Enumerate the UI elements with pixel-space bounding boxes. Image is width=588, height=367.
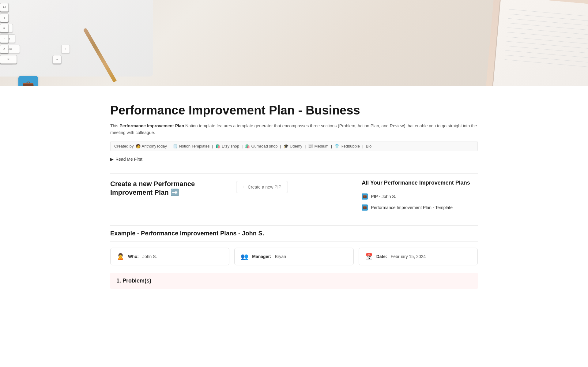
who-card: 🙎 Who: John S. — [110, 248, 229, 265]
create-pip-button[interactable]: + Create a new PIP — [236, 181, 288, 193]
separator-5: | — [305, 144, 306, 148]
creator-link[interactable]: 🧑 AnthonyToday — [136, 144, 167, 148]
problem-section: 1. Problem(s) — [110, 273, 478, 289]
section-all-pips: All Your Performance Improvement Plans 💼… — [362, 180, 478, 213]
pip-item-icon-0: 💼 — [362, 193, 368, 200]
pip-item-label-0: PIP - John S. — [371, 194, 396, 199]
gumroad-emoji: 🛍️ — [245, 144, 250, 148]
separator-4: | — [280, 144, 281, 148]
creator-emoji: 🧑 — [136, 144, 141, 148]
all-pips-heading: All Your Performance Improvement Plans — [362, 180, 478, 186]
info-cards: 🙎 Who: John S. 👥 Manager: Bryan 📅 Date: … — [110, 248, 478, 265]
separator-6: | — [331, 144, 332, 148]
created-by-label: Created by — [114, 144, 134, 148]
main-sections: Create a new Performance Improvement Pla… — [110, 180, 478, 213]
redbubble-emoji: 👕 — [334, 144, 339, 148]
create-new-heading: Create a new Performance Improvement Pla… — [110, 180, 226, 197]
manager-value: Bryan — [275, 254, 286, 259]
who-label: Who: — [128, 254, 139, 259]
section-divider-1 — [110, 173, 478, 174]
notion-templates-link[interactable]: 🗒️ Notion Templates — [173, 144, 209, 148]
date-icon: 📅 — [365, 253, 373, 260]
description-bold: Performance Improvement Plan — [119, 123, 184, 128]
who-icon: 🙎 — [117, 253, 124, 260]
notebook-decoration — [486, 0, 588, 86]
redbubble-label: Redbubble — [341, 144, 360, 148]
plus-icon: + — [243, 184, 245, 190]
notion-templates-emoji: 🗒️ — [173, 144, 178, 148]
manager-card: 👥 Manager: Bryan — [234, 248, 353, 265]
gumroad-label: Gumroad shop — [251, 144, 277, 148]
etsy-label: Etsy shop — [222, 144, 239, 148]
redbubble-link[interactable]: 👕 Redbubble — [334, 144, 360, 148]
creator-bar: Created by 🧑 AnthonyToday | 🗒️ Notion Te… — [110, 141, 478, 151]
separator-2: | — [212, 144, 213, 148]
problem-heading: 1. Problem(s) — [116, 278, 151, 284]
pip-list-item-0[interactable]: 💼 PIP - John S. — [362, 191, 478, 202]
example-heading: Example - Performance Improvement Plans … — [110, 230, 264, 237]
date-value: February 15, 2024 — [391, 254, 426, 259]
date-label: Date: — [376, 254, 387, 259]
example-section: Example - Performance Improvement Plans … — [110, 225, 478, 289]
read-me-toggle[interactable]: ▶ Read Me First — [110, 155, 478, 163]
separator-3: | — [242, 144, 243, 148]
example-header: Example - Performance Improvement Plans … — [110, 225, 478, 242]
pip-item-label-1: Performance Improvement Plan - Template — [371, 205, 453, 210]
page-icon: 💼 — [18, 76, 38, 86]
date-card: 📅 Date: February 15, 2024 — [359, 248, 478, 265]
separator-1: | — [169, 144, 170, 148]
pip-list-item-1[interactable]: 💼 Performance Improvement Plan - Templat… — [362, 202, 478, 213]
etsy-shop-link[interactable]: 🛍️ Etsy shop — [216, 144, 239, 148]
chevron-right-icon: ▶ — [110, 157, 114, 162]
bio-label: Bio — [366, 144, 371, 148]
create-pip-column: + Create a new PIP — [236, 180, 352, 193]
description-prefix: This — [110, 123, 119, 128]
keyboard-decoration: esc F1 F2 F3 F4 ~ 1 2 3 4 5 tab Q W E R … — [0, 0, 153, 77]
medium-emoji: 📰 — [308, 144, 313, 148]
hero-image: esc F1 F2 F3 F4 ~ 1 2 3 4 5 tab Q W E R … — [0, 0, 588, 86]
medium-link[interactable]: 📰 Medium — [308, 144, 328, 148]
section-create-new: Create a new Performance Improvement Pla… — [110, 180, 226, 203]
etsy-emoji: 🛍️ — [216, 144, 221, 148]
notion-templates-label: Notion Templates — [179, 144, 209, 148]
gumroad-link[interactable]: 🛍️ Gumroad shop — [245, 144, 277, 148]
creator-name: AnthonyToday — [142, 144, 167, 148]
read-me-label: Read Me First — [115, 157, 142, 162]
separator-7: | — [362, 144, 363, 148]
udemy-label: Udemy — [290, 144, 302, 148]
who-value: John S. — [142, 254, 157, 259]
pip-item-icon-1: 💼 — [362, 204, 368, 211]
manager-icon: 👥 — [241, 253, 248, 260]
udemy-link[interactable]: 🎓 Udemy — [284, 144, 302, 148]
bio-link[interactable]: Bio — [366, 144, 371, 148]
manager-label: Manager: — [252, 254, 271, 259]
udemy-emoji: 🎓 — [284, 144, 288, 148]
page-description: This Performance Improvement Plan Notion… — [110, 122, 478, 136]
medium-label: Medium — [314, 144, 328, 148]
create-pip-label: Create a new PIP — [248, 185, 281, 189]
page-title: Performance Improvement Plan - Business — [110, 103, 478, 118]
